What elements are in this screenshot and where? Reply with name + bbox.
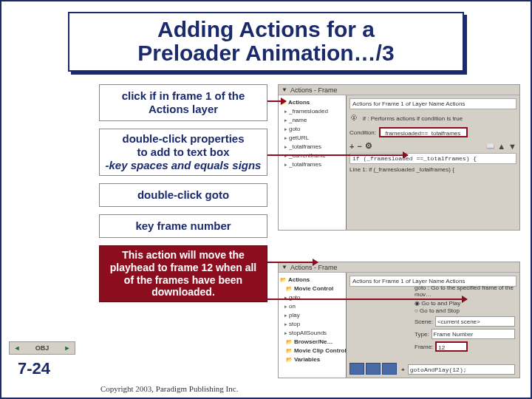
- collapse-icon: ▼: [282, 86, 287, 93]
- panel-icon[interactable]: [366, 363, 381, 375]
- scene-label: Scene:: [415, 318, 433, 325]
- options-icon[interactable]: ⚙: [365, 141, 372, 151]
- actions-rightpane: Actions for Frame 1 of Layer Name Action…: [347, 95, 519, 230]
- up-icon[interactable]: ▲: [497, 142, 505, 151]
- instruction-text: click if in frame 1 of the Actions layer: [122, 89, 245, 115]
- obj-nav-bar: ◄ OBJ ►: [9, 341, 75, 355]
- tree-item: _currentframe: [280, 151, 344, 160]
- scene-select[interactable]: <current scene>: [435, 316, 515, 327]
- minus-icon[interactable]: −: [357, 142, 361, 151]
- script-toolbar: + − ⚙ 📖 ▲ ▼: [349, 139, 516, 153]
- page-number: 7-24: [18, 359, 50, 378]
- condition-input[interactable]: _framesloaded==_totalframes: [379, 127, 468, 137]
- arrow-1: [267, 100, 286, 102]
- instruction-box-2: double-click properties to add to text b…: [99, 129, 267, 176]
- tree-subcategory: Variables: [280, 355, 344, 364]
- tree-item: getURL: [280, 134, 344, 143]
- goto-stop-radio[interactable]: Go to and Stop: [415, 307, 460, 314]
- nav-prev-icon[interactable]: ◄: [10, 342, 24, 354]
- condition-row: Condition: _framesloaded==_totalframes: [349, 127, 516, 137]
- frame-label: Frame:: [415, 344, 433, 350]
- actions-panel-screenshot-1: ▼ Actions - Frame Actions _framesloaded …: [278, 84, 520, 231]
- actions-tree: Actions _framesloaded _name goto getURL …: [279, 95, 347, 230]
- panel-icon[interactable]: [382, 363, 397, 375]
- plus-icon[interactable]: +: [401, 366, 405, 373]
- instruction-text: to add to text box: [103, 146, 264, 159]
- tree-category: Actions: [280, 276, 344, 284]
- tree-category: Actions: [280, 98, 344, 107]
- arrow-4: [267, 299, 467, 300]
- actions-rightpane: Actions for Frame 1 of Layer Name Action…: [347, 273, 519, 378]
- panel-titlebar: ▼ Actions - Frame: [279, 85, 519, 95]
- tree-item: stop: [280, 320, 344, 329]
- frame-toolbar: Actions for Frame 1 of Layer Name Action…: [349, 98, 516, 109]
- result-text: This action will move the playhead to fr…: [110, 249, 256, 298]
- instruction-box-4: key frame number: [99, 214, 267, 238]
- tree-item: _framesloaded: [280, 107, 344, 116]
- tree-subcategory: Movie Control: [280, 284, 344, 293]
- instruction-text: -key spaces and equals signs: [103, 159, 264, 172]
- plus-icon[interactable]: +: [349, 142, 354, 151]
- tree-item: stopAllSounds: [280, 329, 344, 338]
- slide-title-line2: Preloader Animation…/3: [77, 41, 455, 65]
- panel-icon[interactable]: [349, 363, 364, 375]
- goto-radio-row: Go to and Stop: [415, 307, 515, 314]
- bottom-icon-row: [349, 363, 397, 375]
- frame-input[interactable]: 12: [435, 341, 468, 352]
- tree-item: play: [280, 311, 344, 320]
- actions-panel-screenshot-2: ▼ Actions - Frame Actions Movie Control …: [278, 262, 520, 378]
- tree-subcategory: Movie Clip Control: [280, 347, 344, 355]
- goto-code: gotoAndPlay(12);: [408, 364, 515, 375]
- tree-item: _totalframes: [280, 143, 344, 151]
- collapse-icon: ▼: [282, 264, 287, 270]
- arrow-2: [267, 154, 408, 156]
- arrow-3: [267, 262, 318, 263]
- slide-title-box: Adding Actions for a Preloader Animation…: [68, 12, 464, 72]
- book-icon[interactable]: 📖: [486, 143, 494, 150]
- instruction-text: double-click goto: [137, 188, 229, 201]
- down-icon[interactable]: ▼: [508, 142, 516, 151]
- panel-title: Actions - Frame: [290, 86, 338, 94]
- tree-item: _totalframes: [280, 160, 344, 169]
- info-icon: 🛈: [349, 114, 358, 123]
- copyright-text: Copyright 2003, Paradigm Publishing Inc.: [100, 384, 238, 393]
- instruction-column: click if in frame 1 of the Actions layer…: [99, 84, 267, 310]
- action-hint: 🛈 if : Performs actions if condition is …: [349, 112, 516, 126]
- slide-title-line1: Adding Actions for a: [77, 18, 455, 41]
- tree-item: on: [280, 302, 344, 311]
- tree-item: goto: [280, 125, 344, 134]
- tree-item: _name: [280, 116, 344, 125]
- instruction-box-3: double-click goto: [99, 183, 267, 207]
- obj-label: OBJ: [24, 344, 60, 352]
- hint-text: if : Performs actions if condition is tr…: [363, 115, 463, 122]
- type-label: Type:: [415, 331, 429, 338]
- instruction-box-1: click if in frame 1 of the Actions layer: [99, 84, 267, 121]
- instruction-text: key frame number: [135, 219, 231, 232]
- goto-code-line: + gotoAndPlay(12);: [401, 364, 515, 375]
- actions-tree: Actions Movie Control goto on play stop …: [279, 273, 347, 378]
- tree-subcategory: Browser/Ne…: [280, 338, 344, 347]
- status-line: Line 1: if (_framesloaded _totalframes) …: [349, 166, 516, 173]
- condition-label: Condition:: [349, 129, 376, 136]
- tree-item: goto: [280, 293, 344, 302]
- goto-play-radio[interactable]: Go to and Play: [415, 300, 460, 307]
- slide-content: click if in frame 1 of the Actions layer…: [1, 84, 531, 398]
- nav-next-icon[interactable]: ►: [60, 342, 75, 354]
- result-box: This action will move the playhead to fr…: [99, 245, 267, 302]
- instruction-text: double-click properties: [103, 132, 264, 146]
- type-select[interactable]: Frame Number: [432, 329, 515, 339]
